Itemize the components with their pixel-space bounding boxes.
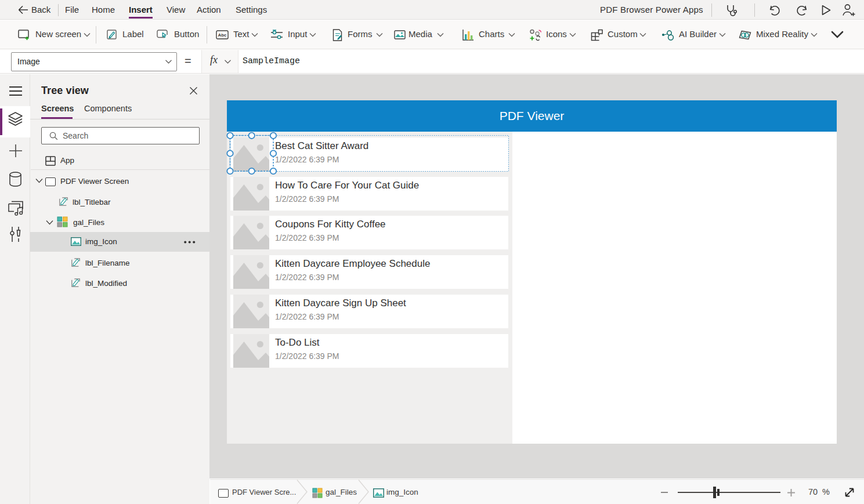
svg-text:Abc: Abc — [218, 32, 227, 38]
